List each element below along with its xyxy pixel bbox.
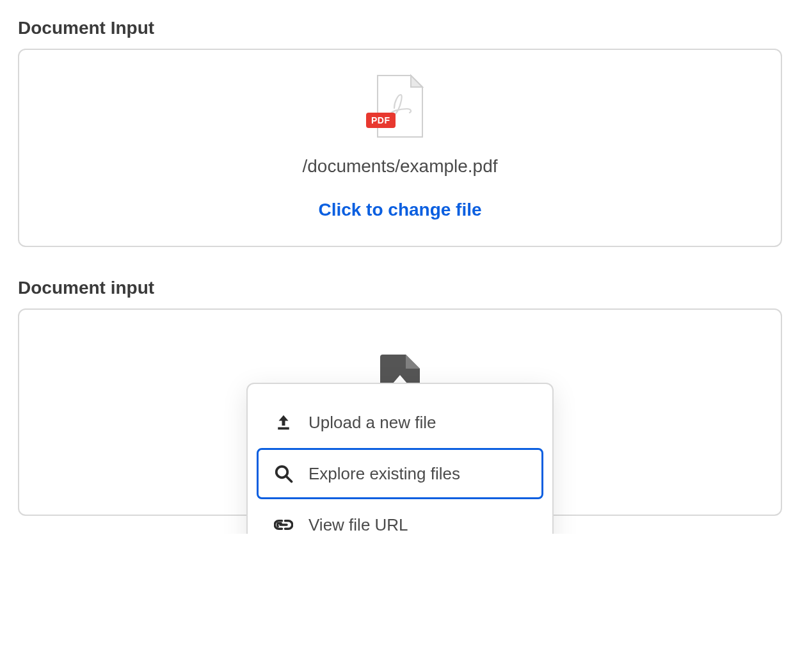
file-path-text: /documents/example.pdf (302, 156, 497, 177)
section-document-input-2: Document input Upload a new file Explore… (18, 278, 782, 516)
section-label-2: Document input (18, 278, 782, 298)
svg-rect-0 (278, 428, 289, 430)
menu-item-upload[interactable]: Upload a new file (257, 397, 543, 448)
section-document-input-1: Document Input PDF /documents/example.pd… (18, 18, 782, 247)
svg-line-2 (286, 476, 292, 482)
change-file-link[interactable]: Click to change file (318, 200, 481, 220)
menu-item-label: Explore existing files (308, 464, 460, 484)
menu-item-explore[interactable]: Explore existing files (257, 448, 543, 499)
link-icon (273, 514, 294, 534)
file-input-menu: Upload a new file Explore existing files… (246, 383, 554, 534)
section-label-1: Document Input (18, 18, 782, 38)
menu-item-label: View file URL (308, 515, 408, 534)
upload-icon (273, 412, 294, 433)
pdf-badge: PDF (366, 113, 396, 128)
menu-item-view-url[interactable]: View file URL (257, 499, 543, 534)
menu-item-label: Upload a new file (308, 413, 436, 433)
search-icon (273, 463, 294, 484)
file-input-box-filled[interactable]: PDF /documents/example.pdf Click to chan… (18, 49, 782, 247)
pdf-file-icon: PDF (375, 73, 425, 140)
